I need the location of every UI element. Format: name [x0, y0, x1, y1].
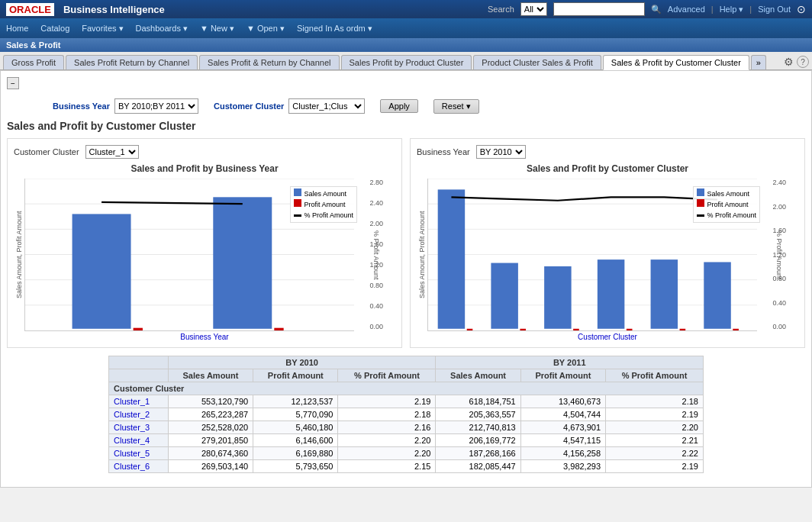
- nav-signed-in[interactable]: Signed In As ordm ▾: [297, 24, 372, 34]
- tab-cluster[interactable]: Product Cluster Sales & Profit: [473, 55, 601, 69]
- svg-rect-38: [680, 329, 686, 330]
- table-row1-pct-2010: 2.19: [338, 395, 436, 408]
- second-bar: Home Catalog Favorites ▾ Dashboards ▾ ▼ …: [0, 18, 812, 38]
- customer-cluster-label: Customer Cluster: [214, 102, 284, 111]
- chart2-header: Business Year BY 2010: [417, 145, 798, 159]
- reset-button[interactable]: Reset ▾: [433, 99, 479, 114]
- top-nav-right: Search All 🔍 Advanced | Help ▾ | Sign Ou…: [488, 2, 806, 16]
- search-select[interactable]: All: [520, 2, 547, 16]
- nav-favorites[interactable]: Favorites ▾: [82, 24, 123, 34]
- table-row: Cluster_6 269,503,140 5,793,650 2.15 182…: [109, 460, 704, 473]
- tab-actions: ⚙ ?: [784, 56, 809, 69]
- table-cluster-4[interactable]: Cluster_4: [109, 434, 169, 447]
- chart2-legend: Sales Amount Profit Amount % Profit Amou…: [693, 186, 760, 223]
- svg-rect-40: [733, 329, 739, 330]
- table-row1-sales-2011: 618,184,751: [436, 395, 520, 408]
- section-title: Sales and Profit by Customer Cluster: [7, 120, 805, 132]
- nav-catalog[interactable]: Catalog: [40, 24, 69, 33]
- svg-rect-35: [598, 259, 624, 329]
- apply-button[interactable]: Apply: [380, 99, 418, 113]
- table-cluster-5[interactable]: Cluster_5: [109, 447, 169, 460]
- table-group-label: Customer Cluster: [109, 382, 704, 395]
- svg-rect-30: [467, 329, 473, 330]
- tab-gross-profit[interactable]: Gross Profit: [3, 55, 64, 69]
- tab-settings-icon[interactable]: ⚙: [784, 56, 794, 68]
- table-row1-sales-2010: 553,120,790: [168, 395, 253, 408]
- chart2-x-label: Customer Cluster: [417, 333, 798, 341]
- svg-rect-32: [520, 329, 526, 330]
- chart1-title: Sales and Profit by Business Year: [14, 163, 395, 174]
- table-row: Cluster_2 265,223,287 5,770,090 2.18 205…: [109, 408, 704, 421]
- table-row1-profit-2011: 13,460,673: [520, 395, 605, 408]
- tab-product[interactable]: Sales Profit by Product Cluster: [341, 55, 472, 69]
- customer-cluster-select[interactable]: Cluster_1;Clus: [288, 98, 365, 114]
- business-year-filter: Business Year BY 2010;BY 2011: [53, 98, 198, 114]
- tab-customer[interactable]: Sales & Profit by Customer Cluster: [603, 55, 749, 70]
- search-input[interactable]: [553, 2, 645, 16]
- table-sub-pct-2011: % Profit Amount: [606, 369, 704, 382]
- svg-rect-39: [704, 262, 730, 328]
- chart1-container: Customer Cluster Cluster_1 Sales and Pro…: [7, 138, 402, 348]
- chart1-bar-2010-sales: [72, 214, 131, 328]
- table-row: Cluster_4 279,201,850 6,146,600 2.20 206…: [109, 434, 704, 447]
- help-link[interactable]: Help ▾: [720, 5, 744, 14]
- tabs-row: Gross Profit Sales Profit Return by Chan…: [0, 52, 812, 70]
- table-row1-pct-2011: 2.18: [606, 395, 704, 408]
- chart2-filter-select[interactable]: BY 2010: [476, 145, 526, 159]
- nav-dashboards[interactable]: Dashboards ▾: [136, 24, 188, 34]
- chart2-y-left-label: Sales Amount, Profit Amount: [417, 179, 427, 331]
- data-table: BY 2010 BY 2011 Sales Amount Profit Amou…: [108, 356, 704, 473]
- svg-rect-31: [491, 263, 517, 329]
- filter-row: Business Year BY 2010;BY 2011 Customer C…: [53, 98, 805, 114]
- table-cluster-2[interactable]: Cluster_2: [109, 408, 169, 421]
- chart1-x-label: Business Year: [14, 333, 395, 341]
- chart1-header: Customer Cluster Cluster_1: [14, 145, 395, 159]
- sp-tab-bar: Sales & Profit: [0, 38, 812, 52]
- chart2-title: Sales and Profit by Customer Cluster: [417, 163, 798, 174]
- table-empty-header: [109, 356, 169, 369]
- chart1-bar-2011-sales: [213, 197, 272, 328]
- table-row1-profit-2010: 12,123,537: [253, 395, 338, 408]
- search-go-icon[interactable]: 🔍: [651, 5, 662, 14]
- chart2-container: Business Year BY 2010 Sales and Profit b…: [410, 138, 805, 348]
- signout-link[interactable]: Sign Out: [758, 5, 791, 14]
- oracle-logo: ORACLE: [6, 3, 54, 16]
- table-sub-sales-2011: Sales Amount: [436, 369, 520, 382]
- chart1-bar-2010-profit: [134, 328, 143, 330]
- tab-more-icon[interactable]: »: [751, 55, 766, 69]
- svg-rect-34: [573, 329, 579, 330]
- svg-rect-36: [627, 329, 633, 330]
- table-row: Cluster_5 280,674,360 6,169,880 2.20 187…: [109, 447, 704, 460]
- content-area: − Business Year BY 2010;BY 2011 Customer…: [0, 70, 812, 488]
- bi-title: Business Intelligence: [63, 4, 165, 15]
- table-sub-pct-2010: % Profit Amount: [338, 369, 436, 382]
- search-label: Search: [488, 5, 514, 14]
- collapse-button[interactable]: −: [7, 77, 19, 89]
- nav-home[interactable]: Home: [6, 24, 28, 33]
- table-cluster-1[interactable]: Cluster_1: [109, 395, 169, 408]
- sp-tab-title: Sales & Profit: [6, 40, 61, 50]
- customer-cluster-filter: Customer Cluster Cluster_1;Clus: [214, 98, 365, 114]
- advanced-link[interactable]: Advanced: [668, 5, 705, 14]
- nav-new[interactable]: ▼ New ▾: [200, 24, 234, 34]
- oracle-text: ORACLE: [6, 3, 54, 16]
- table-header-by2011: BY 2011: [436, 356, 704, 369]
- nav-open[interactable]: ▼ Open ▾: [246, 24, 285, 34]
- top-bar: ORACLE Business Intelligence Search All …: [0, 0, 812, 18]
- table-row: Cluster_1 553,120,790 12,123,537 2.19 61…: [109, 395, 704, 408]
- chart1-filter-select[interactable]: Cluster_1: [85, 145, 139, 159]
- tab-help-icon[interactable]: ?: [797, 56, 809, 68]
- charts-row: Customer Cluster Cluster_1 Sales and Pro…: [7, 138, 805, 348]
- table-cluster-3[interactable]: Cluster_3: [109, 421, 169, 434]
- svg-rect-33: [544, 266, 571, 329]
- table-sub-sales-2010: Sales Amount: [168, 369, 253, 382]
- business-year-select[interactable]: BY 2010;BY 2011: [114, 98, 198, 114]
- table-sub-profit-2011: Profit Amount: [520, 369, 605, 382]
- table-cluster-header: [109, 369, 169, 382]
- business-year-label: Business Year: [53, 102, 110, 111]
- table-cluster-6[interactable]: Cluster_6: [109, 460, 169, 473]
- tab-return[interactable]: Sales Profit Return by Channel: [66, 55, 198, 69]
- svg-rect-29: [438, 189, 465, 328]
- chart2-filter-label: Business Year: [417, 147, 470, 156]
- tab-profit-return[interactable]: Sales Profit & Return by Channel: [199, 55, 339, 69]
